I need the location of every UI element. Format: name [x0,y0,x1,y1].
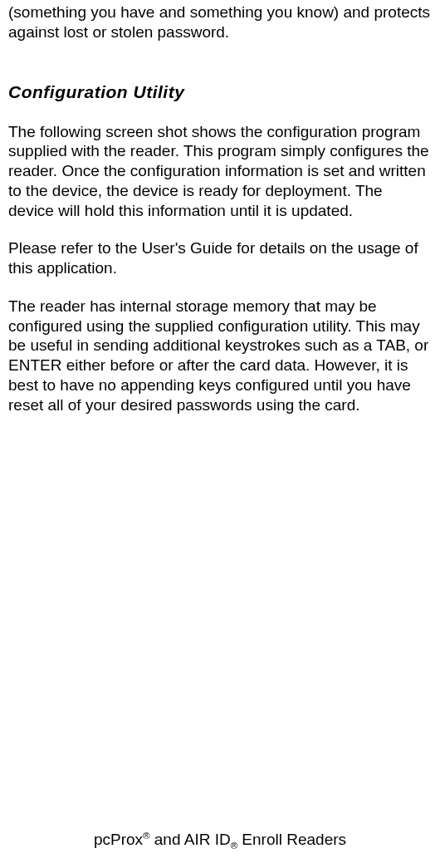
document-page: (something you have and something you kn… [0,2,440,868]
paragraph-3: The reader has internal storage memory t… [8,297,432,415]
lead-fragment-paragraph: (something you have and something you kn… [8,2,432,42]
paragraph-2: Please refer to the User's Guide for det… [8,238,432,278]
footer-text-mid: and AIR ID [150,831,231,848]
footer-text-prefix: pcProx [94,831,143,848]
registered-mark-icon: ® [143,831,149,841]
page-footer: pcProx® and AIR ID® Enroll Readers [0,831,440,849]
registered-mark-small-icon: ® [231,841,237,851]
paragraph-1: The following screen shot shows the conf… [8,122,432,221]
footer-text-suffix: Enroll Readers [237,831,346,848]
section-heading-configuration-utility: Configuration Utility [8,82,432,102]
